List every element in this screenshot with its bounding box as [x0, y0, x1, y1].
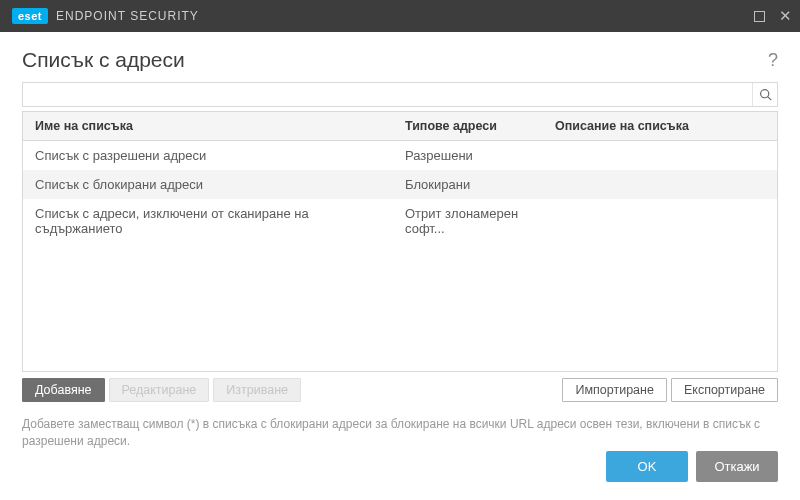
window-controls: ✕: [754, 7, 792, 25]
col-types[interactable]: Типове адреси: [393, 112, 543, 140]
edit-button: Редактиране: [109, 378, 210, 402]
add-button[interactable]: Добавяне: [22, 378, 105, 402]
cell-desc: [543, 170, 777, 199]
table-row[interactable]: Списък с блокирани адреси Блокирани: [23, 170, 777, 199]
ok-button[interactable]: OK: [606, 451, 688, 482]
close-icon[interactable]: ✕: [779, 7, 792, 25]
import-button[interactable]: Импортиране: [562, 378, 666, 402]
delete-button: Изтриване: [213, 378, 301, 402]
cell-types: Разрешени: [393, 141, 543, 170]
cell-types: Блокирани: [393, 170, 543, 199]
cancel-button[interactable]: Откажи: [696, 451, 778, 482]
brand: eset ENDPOINT SECURITY: [12, 8, 199, 24]
help-icon[interactable]: ?: [768, 50, 778, 71]
search-input[interactable]: [23, 83, 752, 106]
cell-name: Списък с разрешени адреси: [23, 141, 393, 170]
cell-types: Отрит злонамерен софт...: [393, 199, 543, 243]
col-name[interactable]: Име на списъка: [23, 112, 393, 140]
brand-logo: eset: [12, 8, 48, 24]
page-header: Списък с адреси ?: [0, 32, 800, 82]
table-row[interactable]: Списък с адреси, изключени от сканиране …: [23, 199, 777, 243]
address-table: Списък с разрешени адреси Разрешени Спис…: [22, 141, 778, 372]
svg-line-1: [767, 97, 770, 100]
maximize-icon[interactable]: [754, 11, 765, 22]
page-title: Списък с адреси: [22, 48, 185, 72]
cell-desc: [543, 141, 777, 170]
svg-point-0: [760, 90, 768, 98]
search-icon[interactable]: [752, 83, 777, 106]
cell-name: Списък с адреси, изключени от сканиране …: [23, 199, 393, 243]
cell-desc: [543, 199, 777, 243]
table-row[interactable]: Списък с разрешени адреси Разрешени: [23, 141, 777, 170]
export-button[interactable]: Експортиране: [671, 378, 778, 402]
product-name: ENDPOINT SECURITY: [56, 9, 199, 23]
titlebar: eset ENDPOINT SECURITY ✕: [0, 0, 800, 32]
dialog-footer: OK Откажи: [0, 435, 800, 500]
table-header: Име на списъка Типове адреси Описание на…: [22, 111, 778, 141]
col-desc[interactable]: Описание на списъка: [543, 112, 777, 140]
search-bar: [22, 82, 778, 107]
toolbar: Добавяне Редактиране Изтриване Импортира…: [22, 378, 778, 402]
cell-name: Списък с блокирани адреси: [23, 170, 393, 199]
